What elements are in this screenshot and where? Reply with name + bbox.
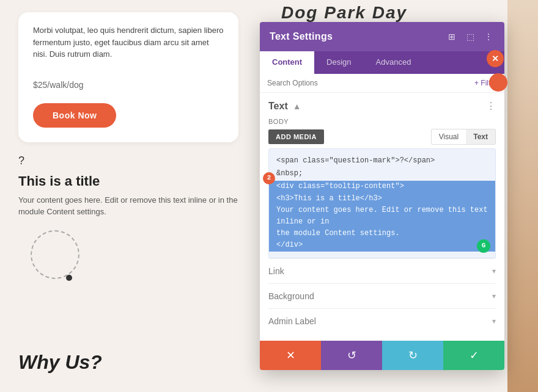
- red-circle-decoration: [489, 73, 507, 92]
- modal-footer: ✕ ↺ ↻ ✓: [260, 341, 504, 370]
- price-suffix: /walk/dog: [47, 80, 83, 90]
- view-toggle: Visual Text: [431, 129, 496, 145]
- background-label: Background: [268, 291, 314, 301]
- dog-park-header: Dog Park Day: [281, 3, 407, 23]
- confirm-button[interactable]: ✓: [443, 341, 504, 370]
- question-mark-text: ?: [18, 154, 238, 167]
- section-collapse-icon[interactable]: ▲: [293, 101, 301, 111]
- modal-tabs: Content Design Advanced: [260, 51, 504, 74]
- editor-line-5: Your content goes here. Edit or remove t…: [269, 205, 495, 228]
- section-title: This is a title: [18, 173, 238, 189]
- pricing-card: Morbi volutpat, leo quis hendrerit dictu…: [18, 12, 238, 142]
- badge-2: 2: [263, 172, 275, 184]
- text-view-button[interactable]: Text: [466, 129, 495, 144]
- link-chevron-icon: ▾: [492, 267, 496, 275]
- why-us-heading: Why Us?: [18, 351, 102, 374]
- book-now-button[interactable]: Book Now: [33, 103, 116, 128]
- more-options-icon[interactable]: ⋮: [482, 31, 495, 43]
- modal-search-bar: + Filter: [260, 74, 504, 93]
- section-more-icon[interactable]: ⋮: [486, 100, 496, 112]
- admin-label-chevron-icon: ▾: [492, 317, 496, 325]
- layout-icon[interactable]: ⬚: [464, 31, 476, 43]
- pricing-text: Morbi volutpat, leo quis hendrerit dictu…: [33, 24, 224, 60]
- text-settings-modal: Text Settings ⊞ ⬚ ⋮ Content Design Advan…: [260, 22, 504, 370]
- background-section[interactable]: Background ▾: [268, 283, 496, 308]
- redo-button[interactable]: ↻: [382, 341, 443, 370]
- link-label: Link: [268, 266, 284, 276]
- dashed-circle-decoration: [31, 230, 79, 279]
- price-value: $25: [33, 80, 47, 90]
- settings-icon[interactable]: ⊞: [446, 31, 458, 43]
- price-display: $25/walk/dog: [33, 68, 224, 93]
- undo-button[interactable]: ↺: [321, 341, 382, 370]
- modal-title: Text Settings: [270, 31, 333, 42]
- admin-label-section[interactable]: Admin Label ▾: [268, 308, 496, 333]
- body-field-label: Body: [268, 118, 496, 125]
- editor-toolbar: ADD MEDIA Visual Text: [268, 129, 496, 145]
- add-media-button[interactable]: ADD MEDIA: [268, 129, 324, 144]
- search-options-input[interactable]: [267, 79, 474, 87]
- link-section[interactable]: Link ▾: [268, 258, 496, 283]
- text-editor[interactable]: 2 <span class="question-mark">?</span> &…: [268, 148, 496, 258]
- cancel-button[interactable]: ✕: [260, 341, 321, 370]
- page-content-left: Morbi volutpat, leo quis hendrerit dictu…: [0, 0, 257, 392]
- text-section-header: Text ▲ ⋮: [268, 100, 496, 112]
- background-chevron-icon: ▾: [492, 292, 496, 300]
- visual-view-button[interactable]: Visual: [432, 129, 466, 144]
- editor-line-2: &nbsp;: [276, 168, 488, 180]
- editor-line-6: the module Content settings.: [269, 228, 495, 239]
- text-section-label: Text: [268, 101, 288, 112]
- editor-line-7: </div>: [269, 239, 495, 251]
- modal-header-icons: ⊞ ⬚ ⋮: [446, 31, 495, 43]
- modal-header: Text Settings ⊞ ⬚ ⋮: [260, 22, 504, 51]
- admin-label-label: Admin Label: [268, 316, 316, 326]
- dog-park-title: Dog Park Day: [281, 3, 407, 22]
- section-body: Your content goes here. Edit or remove t…: [18, 194, 238, 218]
- tab-advanced[interactable]: Advanced: [364, 51, 424, 74]
- editor-line-1: <span class="question-mark">?</span>: [276, 155, 488, 167]
- modal-close-button[interactable]: ✕: [487, 50, 504, 67]
- right-edge: [507, 0, 538, 392]
- section-header-left: Text ▲: [268, 101, 301, 112]
- tab-design[interactable]: Design: [314, 51, 363, 74]
- modal-body: Text ▲ ⋮ Body ADD MEDIA Visual Text 2 <s…: [260, 93, 504, 341]
- editor-line-4: <h3>This is a title</h3>: [269, 193, 495, 205]
- grammarly-icon: G: [477, 239, 490, 253]
- tab-content[interactable]: Content: [260, 51, 314, 74]
- editor-line-3: <div class="tooltip-content">: [269, 181, 495, 192]
